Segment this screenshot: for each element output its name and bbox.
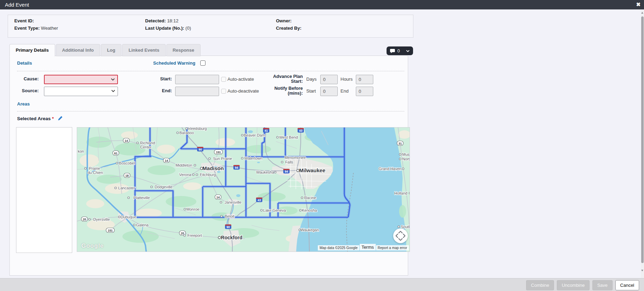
- map-city-label: Menomonee: [284, 155, 306, 160]
- advance-plan-label: Advance Plan Start:: [254, 74, 303, 84]
- terms-link[interactable]: Terms: [360, 244, 375, 250]
- selected-areas-label: Selected Areas: [17, 116, 51, 121]
- event-type-row: Event Type: Weather: [14, 26, 58, 31]
- svg-text:20: 20: [83, 218, 86, 221]
- map-city-marker: [220, 201, 222, 203]
- days-label: Days: [306, 77, 317, 82]
- map-city-label: Milwaukee: [299, 167, 325, 173]
- map-canvas[interactable]: 146118149015194414394314314902015120Reed…: [77, 128, 410, 252]
- event-id-row: Event ID:: [14, 18, 34, 23]
- svg-text:43: 43: [257, 198, 261, 202]
- svg-text:61: 61: [114, 152, 118, 155]
- map-city-marker: [241, 157, 243, 159]
- map-container[interactable]: 146118149015194414394314314902015120Reed…: [77, 127, 410, 252]
- footer-bar: Combine Uncombine Save Cancel: [0, 278, 644, 291]
- map-city-label: Middleton: [175, 163, 192, 167]
- map-city-marker: [193, 174, 194, 175]
- scheduled-warning-heading: Scheduled Warning: [153, 60, 195, 66]
- map-city-label: Waukesha: [256, 170, 274, 174]
- svg-text:94: 94: [235, 166, 238, 169]
- svg-text:151: 151: [216, 151, 221, 154]
- map-city-marker: [299, 209, 301, 211]
- map-city-marker: [177, 132, 178, 133]
- map-city-marker: [194, 164, 196, 166]
- map-city-marker: [89, 218, 90, 220]
- map-city-label: Boscobel: [119, 161, 135, 165]
- auto-deactivate-checkbox: [221, 89, 226, 94]
- cause-select[interactable]: [44, 75, 118, 84]
- map-city-label: Beloit: [225, 214, 234, 218]
- scheduled-warning-checkbox[interactable]: [200, 60, 205, 66]
- route-shield: 90: [225, 225, 231, 229]
- svg-text:14: 14: [125, 139, 128, 143]
- map-city-label: Madison: [203, 165, 224, 171]
- event-id-label: Event ID:: [14, 18, 34, 23]
- tab-linked-events[interactable]: Linked Events: [122, 44, 165, 56]
- map-city-label: Dyersville: [93, 217, 110, 221]
- map-city-label: Platteville: [133, 196, 150, 200]
- scroll-up-arrow[interactable]: [641, 12, 643, 14]
- map-city-label: Sun Prairie: [213, 157, 232, 161]
- google-logo[interactable]: Google: [81, 242, 104, 249]
- tab-primary-details[interactable]: Primary Details: [9, 44, 55, 57]
- days-input: [320, 75, 338, 84]
- svg-text:14: 14: [216, 196, 220, 199]
- svg-text:18: 18: [125, 174, 129, 177]
- svg-text:151: 151: [108, 229, 113, 232]
- map-city-marker: [241, 134, 243, 136]
- owner-row: Owner:: [276, 18, 292, 23]
- map-city-marker: [220, 215, 222, 217]
- edit-pencil-icon[interactable]: [57, 116, 63, 121]
- map-city-label: Richland: [140, 141, 155, 145]
- last-update-label: Last Update (No.):: [145, 26, 184, 31]
- map-city-marker: [84, 167, 86, 169]
- pan-arrows-icon: [393, 228, 408, 243]
- route-shield: 18: [124, 173, 130, 178]
- map-city-marker: [398, 226, 399, 227]
- map-pan-control[interactable]: [393, 228, 408, 243]
- chevron-down-icon[interactable]: [406, 50, 410, 52]
- map-city-marker: [196, 174, 198, 175]
- map-city-label: Prairie: [89, 166, 100, 170]
- tab-additional-info[interactable]: Additional Info: [56, 44, 100, 56]
- map-city-label: Baraboo: [179, 131, 194, 135]
- uncombine-button: Uncombine: [557, 280, 590, 290]
- selected-areas-listbox[interactable]: [16, 127, 72, 253]
- event-summary-box: Event ID: Event Type: Weather Detected: …: [8, 15, 413, 38]
- source-label: Source:: [10, 88, 39, 93]
- vertical-scrollbar[interactable]: [641, 10, 644, 278]
- dialog-titlebar: Add Event ✖: [0, 0, 644, 9]
- owner-label: Owner:: [276, 18, 292, 23]
- map-city-marker: [186, 128, 187, 129]
- report-map-error-link[interactable]: Report a map error: [376, 245, 409, 250]
- route-shield: 90: [197, 147, 203, 152]
- source-select[interactable]: [44, 87, 118, 96]
- tab-log[interactable]: Log: [101, 44, 122, 56]
- last-update-row: Last Update (No.): (0): [145, 26, 191, 31]
- map-city-label: Lancaster: [118, 186, 135, 190]
- map-city-label: Waukegan: [301, 228, 319, 232]
- map-city-marker: [209, 158, 210, 159]
- end-label: End:: [142, 88, 172, 93]
- map-city-marker: [277, 136, 278, 138]
- svg-text:90: 90: [199, 148, 202, 151]
- map-city-marker: [118, 216, 120, 218]
- map-city-marker: [151, 186, 152, 188]
- route-shield: 151: [106, 228, 114, 233]
- cancel-button[interactable]: Cancel: [615, 280, 639, 290]
- comments-button[interactable]: 0: [387, 46, 413, 55]
- scrollbar-thumb[interactable]: [641, 16, 644, 263]
- close-icon[interactable]: ✖: [636, 1, 641, 8]
- map-city-label: Watertown: [244, 156, 262, 160]
- map-city-label: Dubuque: [121, 215, 136, 219]
- scroll-down-arrow[interactable]: [641, 270, 643, 271]
- map-city-marker: [402, 168, 404, 169]
- tab-response[interactable]: Response: [166, 44, 201, 56]
- notify-start-input: [320, 87, 338, 96]
- map-city-label: Verona: [179, 173, 192, 177]
- start-input: [175, 75, 219, 84]
- route-shield: 151: [214, 150, 223, 154]
- map-city-label: Dodgeville: [155, 185, 172, 189]
- map-city-label: Lake Geneva: [263, 208, 286, 212]
- map-city-label: Racine: [304, 196, 316, 200]
